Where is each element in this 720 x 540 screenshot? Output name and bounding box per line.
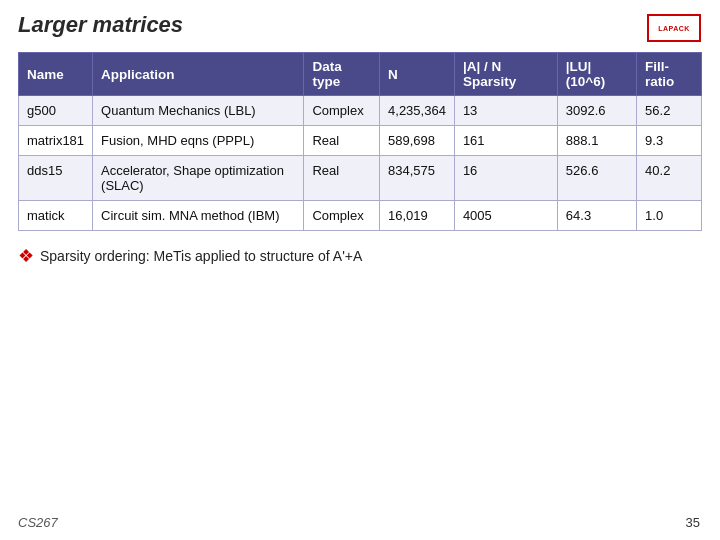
cell-fillratio: 56.2 [637,96,702,126]
cell-application: Accelerator, Shape optimization (SLAC) [93,156,304,201]
cell-fillratio: 9.3 [637,126,702,156]
cell-fillratio: 40.2 [637,156,702,201]
data-table: Name Application Data type N |A| / N Spa… [18,52,702,231]
cell-sparsity: 16 [454,156,557,201]
cell-application: Quantum Mechanics (LBL) [93,96,304,126]
table-header-row: Name Application Data type N |A| / N Spa… [19,53,702,96]
col-header-lu: |LU| (10^6) [557,53,636,96]
cell-fillratio: 1.0 [637,201,702,231]
logo: LAPACK [644,10,704,46]
cell-lu: 3092.6 [557,96,636,126]
cell-application: Circuit sim. MNA method (IBM) [93,201,304,231]
col-header-fillratio: Fill-ratio [637,53,702,96]
cell-sparsity: 13 [454,96,557,126]
cell-name: matrix181 [19,126,93,156]
bullet-icon: ❖ [18,247,34,265]
table-row: matrix181Fusion, MHD eqns (PPPL)Real589,… [19,126,702,156]
cell-n: 4,235,364 [380,96,455,126]
cell-n: 589,698 [380,126,455,156]
footer-note: ❖ Sparsity ordering: MeTis applied to st… [18,247,702,265]
cs-label: CS267 [18,515,58,530]
col-header-name: Name [19,53,93,96]
cell-name: g500 [19,96,93,126]
cell-name: matick [19,201,93,231]
cell-lu: 64.3 [557,201,636,231]
footer-text: Sparsity ordering: MeTis applied to stru… [40,248,362,264]
col-header-n: N [380,53,455,96]
cell-datatype: Real [304,126,380,156]
cell-lu: 526.6 [557,156,636,201]
table-row: g500Quantum Mechanics (LBL)Complex4,235,… [19,96,702,126]
page-number: 35 [686,515,700,530]
page: LAPACK Larger matrices Name Application … [0,0,720,540]
col-header-application: Application [93,53,304,96]
col-header-sparsity: |A| / N Sparsity [454,53,557,96]
cell-n: 834,575 [380,156,455,201]
cell-datatype: Real [304,156,380,201]
page-title: Larger matrices [18,12,702,38]
cell-sparsity: 4005 [454,201,557,231]
table-row: matickCircuit sim. MNA method (IBM)Compl… [19,201,702,231]
table-row: dds15Accelerator, Shape optimization (SL… [19,156,702,201]
cell-datatype: Complex [304,201,380,231]
cell-n: 16,019 [380,201,455,231]
logo-box: LAPACK [647,14,701,42]
cell-name: dds15 [19,156,93,201]
cell-application: Fusion, MHD eqns (PPPL) [93,126,304,156]
col-header-datatype: Data type [304,53,380,96]
cell-lu: 888.1 [557,126,636,156]
cell-datatype: Complex [304,96,380,126]
cell-sparsity: 161 [454,126,557,156]
